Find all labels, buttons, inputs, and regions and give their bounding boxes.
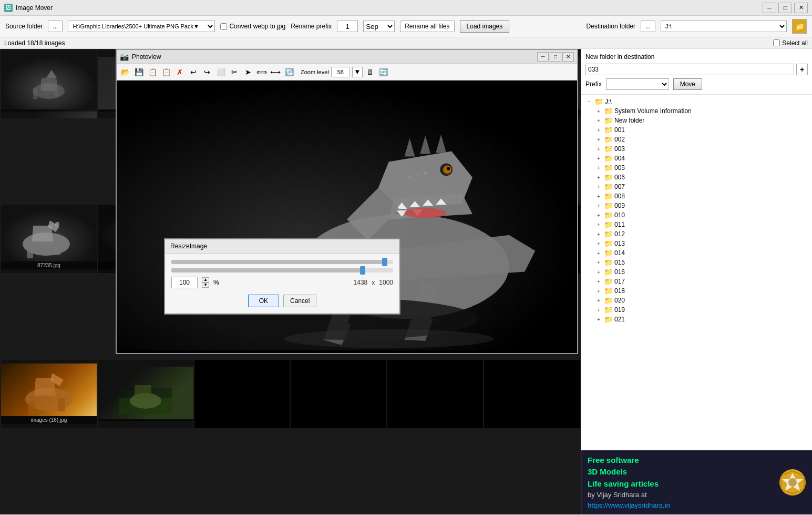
zoom-dropdown-button[interactable]: ▼ [352,67,363,77]
source-browse-button[interactable]: ... [48,21,63,32]
copy-button[interactable]: 📋 [160,66,172,78]
open-file-button[interactable]: 📂 [119,66,131,78]
slider2-thumb[interactable] [360,266,365,275]
spin-down-button[interactable]: ▼ [202,282,209,288]
tree-item-002[interactable]: + 📁 002 [595,135,810,144]
dest-path-dropdown[interactable]: J:\ [661,21,787,32]
tree-item-020[interactable]: + 📁 020 [595,296,810,305]
tree-item-013[interactable]: + 📁 013 [595,239,810,248]
cancel-button[interactable]: ✗ [173,66,186,78]
photoview-maximize-button[interactable]: □ [550,52,561,62]
source-path-dropdown[interactable]: H:\Graphic Libraries\2500+ Ultimate PNG … [68,21,215,32]
tree-expand-newfolder[interactable]: + [595,117,602,124]
resize-ok-button[interactable]: OK [248,295,279,307]
tree-expand-020[interactable]: + [595,297,602,304]
minimize-button[interactable]: ─ [763,3,776,13]
tree-item-018[interactable]: + 📁 018 [595,286,810,296]
new-folder-name-input[interactable]: 033 [585,64,794,75]
close-button[interactable]: ✕ [794,3,808,13]
convert-webp-checkbox[interactable] [220,23,227,30]
tree-expand-018[interactable]: + [595,287,602,295]
tree-expand-009[interactable]: + [595,202,602,209]
tree-expand-017[interactable]: + [595,278,602,285]
list-item[interactable] [98,360,193,428]
tree-expand-011[interactable]: + [595,221,602,228]
rotate-button[interactable]: 🔃 [283,66,295,78]
tree-expand-root[interactable]: − [585,98,593,105]
tree-item-newfolder[interactable]: + 📁 New folder [595,116,810,125]
tree-expand-005[interactable]: + [595,164,602,171]
tree-item-015[interactable]: + 📁 015 [595,258,810,267]
list-item[interactable]: images (16).jpg [1,360,97,428]
slider1-thumb[interactable] [382,258,387,266]
tree-expand-008[interactable]: + [595,193,602,200]
list-item[interactable] [194,360,290,428]
dest-browse-button[interactable]: ... [641,21,655,32]
tree-expand-014[interactable]: + [595,249,602,257]
move-button[interactable]: Move [673,78,702,90]
list-item[interactable] [484,360,580,428]
list-item[interactable] [1,50,97,118]
rename-all-button[interactable]: Rename all files [400,21,454,32]
tree-item-sysinfo[interactable]: + 📁 System Volume Information [595,106,810,116]
tree-item-005[interactable]: + 📁 005 [595,163,810,173]
resize-cancel-button[interactable]: Cancel [283,295,316,307]
tree-item-004[interactable]: + 📁 004 [595,154,810,163]
load-images-button[interactable]: Load images [460,20,510,33]
tree-item-011[interactable]: + 📁 011 [595,220,810,229]
tree-item-006[interactable]: + 📁 006 [595,173,810,182]
rename-prefix-input[interactable]: 1 [337,21,358,32]
tree-expand-003[interactable]: + [595,145,602,153]
save-as-button[interactable]: 📋 [146,66,159,78]
list-item[interactable] [291,360,386,428]
tree-expand-004[interactable]: + [595,155,602,162]
tree-item-008[interactable]: + 📁 008 [595,191,810,201]
list-item[interactable]: 87235.jpg [1,205,97,273]
prefix-dropdown[interactable]: 001 002 [606,78,669,90]
undo-button[interactable]: ↩ [187,66,200,78]
tree-expand-001[interactable]: + [595,126,602,134]
flip-h-button[interactable]: ⟺ [255,66,268,78]
select-button[interactable]: ⬜ [214,66,227,78]
tree-item-019[interactable]: + 📁 019 [595,305,810,315]
tree-expand-007[interactable]: + [595,183,602,190]
tree-expand-010[interactable]: + [595,211,602,219]
tree-item-012[interactable]: + 📁 012 [595,229,810,239]
tree-item-017[interactable]: + 📁 017 [595,277,810,286]
photoview-close-button[interactable]: ✕ [562,52,574,62]
maximize-button[interactable]: □ [778,3,792,13]
save-button[interactable]: 💾 [132,66,145,78]
tree-item-016[interactable]: + 📁 016 [595,267,810,277]
monitor-button[interactable]: 🖥 [364,66,376,78]
photoview-minimize-button[interactable]: ─ [537,52,549,62]
tree-expand-012[interactable]: + [595,230,602,238]
resize-percent-input[interactable]: 100 [171,277,198,288]
select-all-checkbox[interactable] [773,39,780,46]
tree-expand-015[interactable]: + [595,259,602,266]
tree-item-007[interactable]: + 📁 007 [595,182,810,191]
list-item[interactable] [387,360,483,428]
refresh-button[interactable]: 🔄 [377,66,390,78]
add-folder-button[interactable]: + [796,64,808,75]
sep-dropdown[interactable]: Sep _ - [363,21,395,32]
tree-expand-002[interactable]: + [595,136,602,143]
dest-folder-icon[interactable]: 📁 [792,19,807,34]
ad-link[interactable]: https://www.vijaysridhara.in [588,500,670,511]
spin-up-button[interactable]: ▲ [202,277,209,282]
tree-item-010[interactable]: + 📁 010 [595,210,810,220]
zoom-input[interactable]: 58 [331,67,350,77]
redo-button[interactable]: ↪ [201,66,213,78]
flip-v-button[interactable]: ⟷ [269,66,282,78]
pointer-button[interactable]: ➤ [242,66,254,78]
tree-item-014[interactable]: + 📁 014 [595,248,810,258]
tree-item-001[interactable]: + 📁 001 [595,125,810,135]
tree-item-009[interactable]: + 📁 009 [595,201,810,210]
tree-root-item[interactable]: − 📁 J:\ [585,97,810,106]
tree-expand-sysinfo[interactable]: + [595,107,602,115]
tree-item-003[interactable]: + 📁 003 [595,144,810,154]
tree-item-021[interactable]: + 📁 021 [595,315,810,324]
tree-expand-016[interactable]: + [595,268,602,276]
crop-button[interactable]: ✂ [228,66,241,78]
tree-expand-013[interactable]: + [595,240,602,247]
tree-expand-021[interactable]: + [595,316,602,323]
